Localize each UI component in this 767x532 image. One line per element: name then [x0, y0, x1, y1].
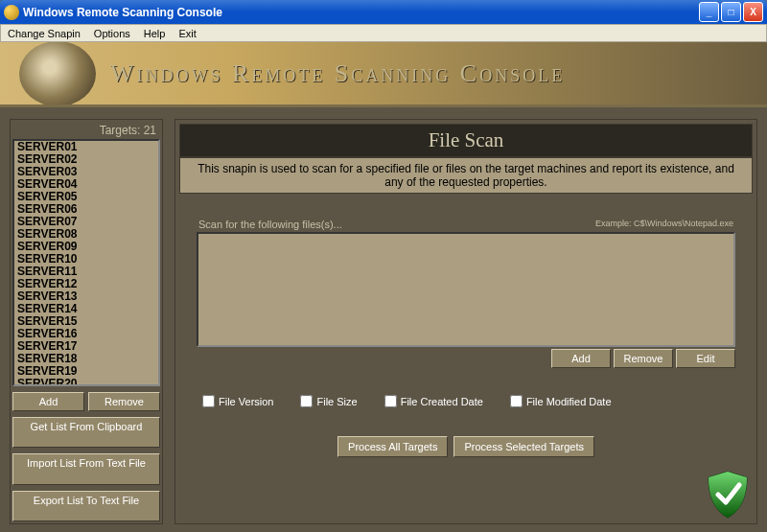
maximize-button[interactable]: □ [721, 2, 741, 22]
banner: Windows Remote Scanning Console [0, 42, 767, 107]
menu-help[interactable]: Help [137, 26, 173, 41]
property-checkboxes: File Version File Size File Created Date… [202, 395, 733, 407]
file-created-checkbox[interactable] [384, 395, 397, 407]
window-title: Windows Remote Scanning Console [23, 6, 699, 19]
main-area: Targets: 21 SERVER01SERVER02SERVER03SERV… [0, 107, 767, 532]
panel-title: File Scan [179, 124, 753, 157]
sidebar: Targets: 21 SERVER01SERVER02SERVER03SERV… [10, 119, 163, 524]
app-icon [4, 5, 19, 20]
minimize-button[interactable]: _ [699, 2, 719, 22]
panel-description: This snapin is used to scan for a specif… [179, 157, 753, 194]
targets-remove-button[interactable]: Remove [88, 392, 160, 411]
banner-text: Windows Remote Scanning Console [110, 59, 565, 88]
targets-add-button[interactable]: Add [12, 392, 84, 411]
check-file-size[interactable]: File Size [300, 395, 357, 407]
import-list-text-button[interactable]: Import List From Text File [12, 453, 160, 484]
files-add-button[interactable]: Add [551, 349, 611, 368]
files-remove-button[interactable]: Remove [614, 349, 673, 368]
files-edit-button[interactable]: Edit [676, 349, 735, 368]
globe-icon [19, 42, 96, 106]
process-all-button[interactable]: Process All Targets [337, 436, 448, 457]
check-file-created[interactable]: File Created Date [384, 395, 483, 407]
file-version-checkbox[interactable] [202, 395, 215, 407]
targets-listbox[interactable]: SERVER01SERVER02SERVER03SERVER04SERVER05… [12, 139, 160, 386]
scan-files-group: Scan for the following files(s)... Examp… [197, 219, 735, 368]
get-list-clipboard-button[interactable]: Get List From Clipboard [12, 417, 160, 448]
shield-check-icon [705, 470, 751, 520]
menu-options[interactable]: Options [87, 26, 137, 41]
export-list-text-button[interactable]: Export List To Text File [12, 491, 160, 521]
process-selected-button[interactable]: Process Selected Targets [453, 436, 594, 457]
file-modified-checkbox[interactable] [510, 395, 523, 407]
list-item[interactable]: SERVER20 [14, 378, 158, 386]
menu-change-snapin[interactable]: Change Snapin [1, 26, 87, 41]
targets-count-label: Targets: 21 [12, 122, 160, 139]
titlebar: Windows Remote Scanning Console _ □ X [0, 0, 767, 24]
menubar: Change Snapin Options Help Exit [0, 24, 767, 42]
scan-files-listbox[interactable] [197, 232, 735, 347]
check-file-modified[interactable]: File Modified Date [510, 395, 612, 407]
content-panel: File Scan This snapin is used to scan fo… [174, 119, 757, 524]
scan-files-label: Scan for the following files(s)... [198, 219, 342, 230]
menu-exit[interactable]: Exit [172, 26, 202, 41]
scan-files-example: Example: C$\Windows\Notepad.exe [595, 219, 733, 230]
file-size-checkbox[interactable] [300, 395, 313, 407]
close-button[interactable]: X [743, 2, 763, 22]
check-file-version[interactable]: File Version [202, 395, 273, 407]
